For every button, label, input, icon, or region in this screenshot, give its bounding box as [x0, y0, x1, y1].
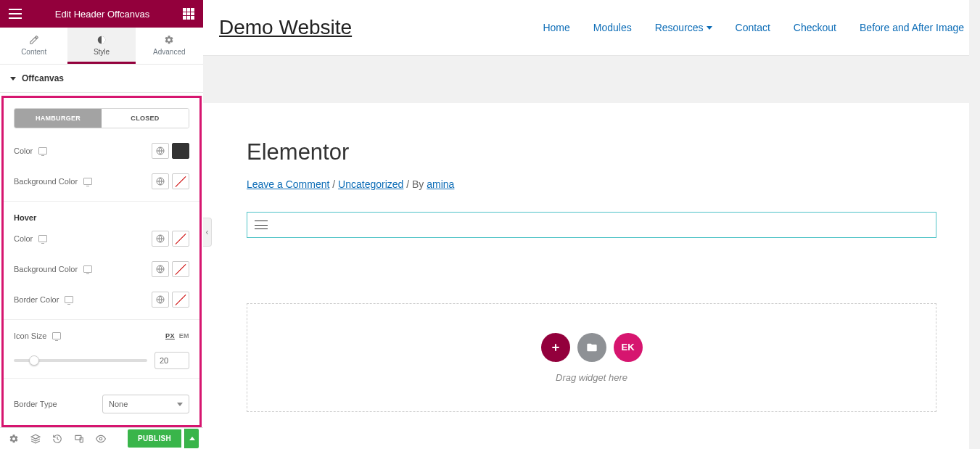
- unit-selector[interactable]: PX EM: [165, 332, 189, 339]
- publish-options[interactable]: [184, 429, 199, 448]
- scrollbar[interactable]: [969, 0, 980, 449]
- pencil-icon: [29, 35, 39, 45]
- folder-icon: [586, 342, 598, 353]
- desktop-icon[interactable]: [38, 235, 47, 242]
- control-border-type: Border Type None: [4, 383, 199, 418]
- global-color-button[interactable]: [152, 143, 169, 159]
- control-hover-bgcolor: Background Color: [4, 254, 199, 284]
- add-section-button[interactable]: [541, 333, 570, 362]
- desktop-icon[interactable]: [83, 178, 92, 185]
- settings-highlight: HAMBURGER CLOSED Color Background Color: [1, 96, 202, 427]
- gear-icon: [164, 35, 174, 45]
- global-color-button[interactable]: [152, 173, 169, 189]
- global-color-button[interactable]: [152, 261, 169, 277]
- history-icon[interactable]: [48, 429, 67, 448]
- drop-text: Drag widget here: [556, 372, 627, 383]
- color-swatch-none[interactable]: [172, 292, 189, 308]
- nav-contact[interactable]: Contact: [736, 22, 770, 33]
- nav-before-after[interactable]: Before and After Image: [860, 22, 964, 33]
- desktop-icon[interactable]: [65, 296, 73, 303]
- panel-collapse-handle[interactable]: ‹: [203, 218, 212, 247]
- panel-title: Edit Header Offcanvas: [55, 9, 150, 20]
- main-nav: Home Modules Resources Contact Checkout …: [543, 22, 964, 33]
- menu-icon[interactable]: [9, 9, 22, 19]
- widgets-icon[interactable]: [183, 8, 194, 20]
- toggle-closed[interactable]: CLOSED: [102, 109, 189, 128]
- responsive-icon[interactable]: [70, 429, 88, 448]
- nav-resources[interactable]: Resources: [655, 22, 712, 33]
- preview-area: Demo Website Home Modules Resources Cont…: [203, 0, 980, 449]
- style-icon: [96, 35, 107, 45]
- hover-heading: Hover: [4, 206, 199, 223]
- state-toggle: HAMBURGER CLOSED: [14, 108, 189, 128]
- desktop-icon[interactable]: [38, 147, 47, 155]
- desktop-icon[interactable]: [83, 265, 92, 273]
- global-color-button[interactable]: [152, 231, 169, 247]
- globe-icon: [156, 295, 165, 304]
- globe-icon: [156, 177, 165, 186]
- border-type-select[interactable]: None: [102, 395, 189, 413]
- control-icon-size-label: Icon Size PX EM: [4, 324, 199, 347]
- site-title[interactable]: Demo Website: [219, 16, 352, 39]
- settings-icon[interactable]: [4, 429, 23, 448]
- plus-icon: [550, 342, 561, 353]
- category-link[interactable]: Uncategorized: [338, 178, 403, 190]
- nav-checkout[interactable]: Checkout: [794, 22, 836, 33]
- chevron-down-icon: [177, 403, 183, 406]
- desktop-icon[interactable]: [52, 332, 61, 339]
- tab-content[interactable]: Content: [0, 28, 67, 64]
- icon-size-input[interactable]: [155, 352, 189, 369]
- preview-icon[interactable]: [91, 429, 110, 448]
- color-swatch[interactable]: [172, 143, 189, 159]
- tab-advanced[interactable]: Advanced: [136, 28, 203, 64]
- post-meta: Leave a Comment / Uncategorized / By ami…: [247, 178, 936, 190]
- caret-down-icon: [10, 77, 16, 81]
- color-swatch-none[interactable]: [172, 173, 189, 189]
- elementor-panel: Edit Header Offcanvas Content Style Adva…: [0, 0, 203, 449]
- color-swatch-none[interactable]: [172, 231, 189, 247]
- section-offcanvas[interactable]: Offcanvas: [0, 65, 203, 93]
- template-button[interactable]: [577, 333, 606, 362]
- offcanvas-widget[interactable]: [247, 212, 936, 238]
- control-hover-color: Color: [4, 223, 199, 254]
- panel-tabs: Content Style Advanced: [0, 28, 203, 65]
- panel-header: Edit Header Offcanvas: [0, 0, 203, 28]
- global-color-button[interactable]: [152, 292, 169, 308]
- globe-icon: [156, 265, 165, 273]
- hamburger-icon[interactable]: [255, 221, 268, 229]
- icon-size-slider[interactable]: [14, 359, 147, 362]
- toggle-hamburger[interactable]: HAMBURGER: [15, 109, 102, 128]
- svg-point-8: [99, 437, 102, 440]
- color-swatch-none[interactable]: [172, 261, 189, 277]
- site-header: Demo Website Home Modules Resources Cont…: [203, 0, 980, 56]
- content-area: Elementor Leave a Comment / Uncategorize…: [203, 103, 980, 449]
- leave-comment-link[interactable]: Leave a Comment: [247, 178, 329, 190]
- globe-icon: [156, 147, 165, 155]
- nav-home[interactable]: Home: [543, 22, 569, 33]
- chevron-down-icon: [707, 26, 712, 30]
- panel-footer: PUBLISH: [0, 427, 203, 449]
- page-title: Elementor: [247, 139, 936, 165]
- drop-zone[interactable]: EK Drag widget here: [247, 303, 936, 412]
- icon-size-slider-row: [4, 347, 199, 374]
- globe-icon: [156, 234, 165, 243]
- navigator-icon[interactable]: [26, 429, 45, 448]
- panel-body: Offcanvas HAMBURGER CLOSED Color: [0, 65, 203, 427]
- control-border-color: Border Color: [4, 284, 199, 315]
- tab-style[interactable]: Style: [67, 28, 135, 64]
- author-link[interactable]: amina: [427, 178, 454, 190]
- publish-button[interactable]: PUBLISH: [128, 429, 181, 448]
- control-color: Color: [4, 136, 199, 166]
- control-bgcolor: Background Color: [4, 166, 199, 197]
- ek-button[interactable]: EK: [614, 333, 643, 362]
- slider-thumb[interactable]: [29, 355, 39, 366]
- nav-modules[interactable]: Modules: [593, 22, 632, 33]
